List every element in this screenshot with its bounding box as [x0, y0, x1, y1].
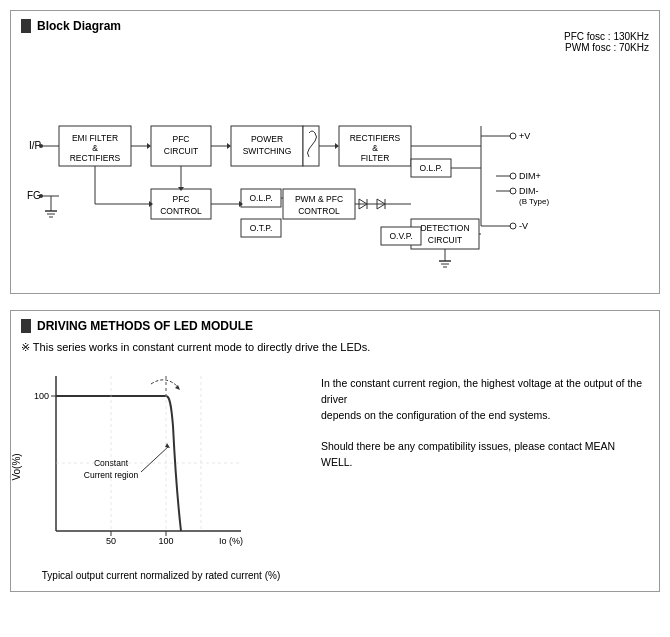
- pfc-control-label: PFC: [173, 194, 190, 204]
- svg-text:&: &: [372, 143, 378, 153]
- svg-text:RECTIFIERS: RECTIFIERS: [70, 153, 121, 163]
- block-diagram-title: Block Diagram: [37, 19, 121, 33]
- pwm-fosc: PWM fosc : 70KHz: [564, 42, 649, 53]
- svg-text:100: 100: [34, 391, 49, 401]
- svg-text:&: &: [92, 143, 98, 153]
- driving-header-box-icon: [21, 319, 31, 333]
- otp-label: O.T.P.: [250, 223, 273, 233]
- pwm-pfc-control-label: PWM & PFC: [295, 194, 343, 204]
- power-switching-label: POWER: [251, 134, 283, 144]
- driving-note: ※ This series works in constant current …: [21, 341, 649, 354]
- svg-text:SWITCHING: SWITCHING: [243, 146, 292, 156]
- olp2-label: O.L.P.: [420, 163, 443, 173]
- driving-content: Vo(%) 100 50 100 Io (%): [21, 366, 649, 581]
- description-line1: In the constant current region, the high…: [321, 376, 649, 408]
- block-diagram-svg: I/P FG EMI FILTER & RECTIFIERS PFC CIRCU…: [21, 71, 661, 281]
- ovp-label: O.V.P.: [389, 231, 412, 241]
- dimminus-label: DIM-: [519, 186, 539, 196]
- rectifiers-filter-label: RECTIFIERS: [350, 133, 401, 143]
- vminus-label: -V: [519, 221, 528, 231]
- description-line2: depends on the configuration of the end …: [321, 408, 649, 424]
- vplus-label: +V: [519, 131, 530, 141]
- svg-text:CIRCUIT: CIRCUIT: [164, 146, 198, 156]
- chart-caption: Typical output current normalized by rat…: [21, 570, 301, 581]
- header-box-icon: [21, 19, 31, 33]
- svg-text:Io (%): Io (%): [219, 536, 243, 546]
- svg-line-78: [141, 446, 169, 472]
- y-axis-label: Vo(%): [11, 453, 22, 480]
- btype-label: (B Type): [519, 197, 549, 206]
- svg-text:CONTROL: CONTROL: [298, 206, 340, 216]
- svg-text:CONTROL: CONTROL: [160, 206, 202, 216]
- svg-point-1: [39, 144, 43, 148]
- description-line3: Should there be any compatibility issues…: [321, 439, 649, 471]
- driving-description: In the constant current region, the high…: [321, 366, 649, 581]
- pfc-fosc: PFC fosc : 130KHz: [564, 31, 649, 42]
- svg-text:100: 100: [158, 536, 173, 546]
- block-diagram-section: Block Diagram PFC fosc : 130KHz PWM fosc…: [10, 10, 660, 294]
- svg-text:50: 50: [106, 536, 116, 546]
- svg-text:CIRCUIT: CIRCUIT: [428, 235, 462, 245]
- detection-circuit-label: DETECTION: [420, 223, 469, 233]
- driving-header: DRIVING METHODS OF LED MODULE: [21, 319, 649, 333]
- svg-marker-75: [175, 385, 180, 390]
- dimplus-label: DIM+: [519, 171, 541, 181]
- fg-label: FG: [27, 190, 41, 201]
- svg-marker-12: [147, 143, 151, 149]
- svg-point-3: [39, 194, 43, 198]
- svg-marker-16: [227, 143, 231, 149]
- olp1-label: O.L.P.: [250, 193, 273, 203]
- emi-filter-label: EMI FILTER: [72, 133, 118, 143]
- pfc-circuit-label: PFC: [173, 134, 190, 144]
- driving-methods-section: DRIVING METHODS OF LED MODULE ※ This ser…: [10, 310, 660, 592]
- chart-area: Vo(%) 100 50 100 Io (%): [21, 366, 301, 581]
- pfc-info: PFC fosc : 130KHz PWM fosc : 70KHz: [564, 31, 649, 53]
- svg-marker-21: [335, 143, 339, 149]
- io-chart-svg: 100 50 100 Io (%): [21, 366, 251, 566]
- driving-title: DRIVING METHODS OF LED MODULE: [37, 319, 253, 333]
- block-diagram-header: Block Diagram: [21, 19, 649, 33]
- svg-text:FILTER: FILTER: [361, 153, 390, 163]
